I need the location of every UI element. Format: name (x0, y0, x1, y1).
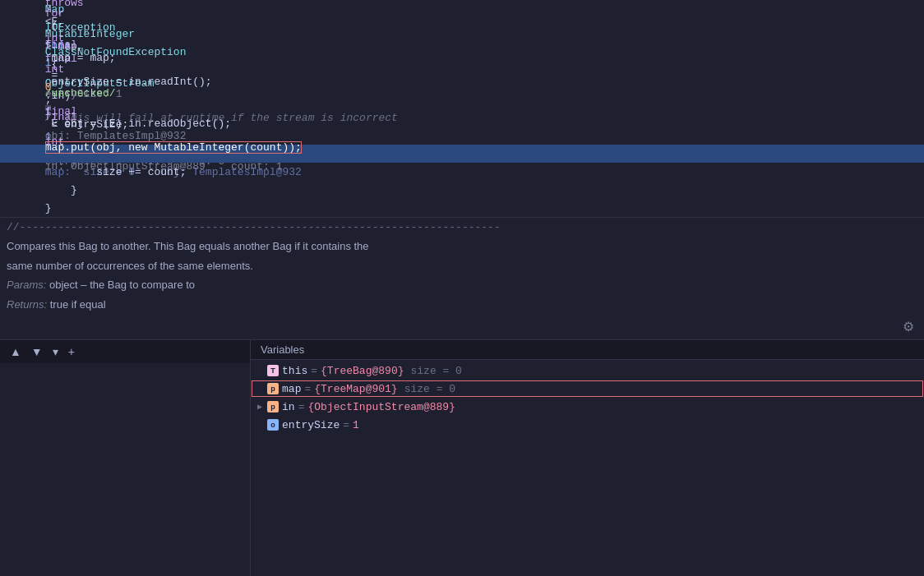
highlighted-statement: map.put(obj, new MutableInteger(count)); (45, 141, 302, 154)
documentation-area: //--------------------------------------… (0, 217, 924, 314)
in-icon: p (267, 401, 279, 412)
add-button[interactable]: + (65, 343, 78, 360)
expand-in[interactable]: ▶ (257, 402, 262, 412)
entrysize-variable: ▶ o entrySize = 1 (251, 416, 924, 434)
doc-params: Params: object – the Bag to compare to (0, 275, 924, 295)
variables-header: Variables (251, 340, 924, 360)
in-variable: ▶ p in = {ObjectInputStream@889} (251, 398, 924, 416)
down-button[interactable]: ▼ (28, 343, 46, 360)
debug-toolbar: ▲ ▼ ▾ + (0, 340, 250, 363)
code-line-10: size += count; (0, 163, 924, 181)
this-variable: ▶ T this = {TreeBag@890} size = 0 (251, 362, 924, 380)
code-editor: protected void doReadObject ( final Map … (0, 0, 924, 217)
up-button[interactable]: ▲ (7, 343, 25, 360)
filter-button[interactable]: ▾ (49, 343, 62, 360)
doc-line-1: Compares this Bag to another. This Bag e… (0, 237, 924, 256)
separator: //--------------------------------------… (0, 218, 924, 237)
doc-line-2: same number of occurrences of the same e… (0, 256, 924, 276)
map-icon: p (267, 383, 279, 394)
code-line-11: } (0, 181, 924, 199)
map-variable: ▶ p map = {TreeMap@901} size = 0 (251, 380, 924, 398)
doc-returns: Returns: true if equal (0, 295, 924, 315)
entrysize-icon: o (267, 419, 279, 431)
left-debug-panel: ▲ ▼ ▾ + (0, 340, 251, 576)
variables-list: ▶ T this = {TreeBag@890} size = 0 ▶ p ma… (251, 360, 924, 576)
debug-panel: ▲ ▼ ▾ + Variables ▶ T this = {TreeBag@89… (0, 340, 924, 576)
gear-button[interactable]: ⚙ (899, 317, 917, 336)
settings-row: ⚙ (0, 314, 924, 340)
code-line-12: } (0, 199, 924, 217)
variables-panel: Variables ▶ T this = {TreeBag@890} size … (251, 340, 924, 576)
this-icon: T (267, 365, 279, 376)
